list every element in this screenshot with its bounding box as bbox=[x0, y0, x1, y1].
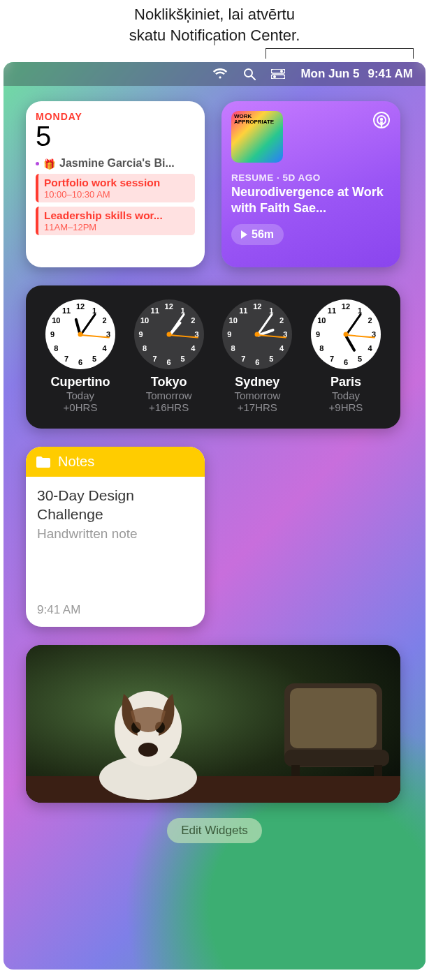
notes-subtitle: Handwritten note bbox=[37, 526, 194, 542]
clock-city-label: Paris bbox=[304, 375, 388, 389]
podcast-play-button[interactable]: 56m bbox=[231, 224, 284, 245]
calendar-weekday: MONDAY bbox=[36, 111, 195, 122]
menubar: Mon Jun 5 9:41 AM bbox=[3, 62, 426, 86]
podcast-meta: RESUME · 5D AGO bbox=[231, 172, 391, 183]
clock-day-label: Tomorrow bbox=[127, 389, 211, 401]
notification-center-screenshot: Mon Jun 5 9:41 AM MONDAY 5 🎁 Jasmine Gar… bbox=[3, 62, 426, 970]
svg-point-8 bbox=[380, 118, 383, 121]
edit-widgets-button[interactable]: Edit Widgets bbox=[167, 818, 261, 843]
svg-rect-11 bbox=[290, 688, 377, 748]
clock-offset-label: +17HRS bbox=[215, 401, 299, 413]
menubar-time: 9:41 AM bbox=[368, 67, 413, 81]
search-icon[interactable] bbox=[243, 68, 256, 80]
calendar-event: Portfolio work session 10:00–10:30 AM bbox=[36, 174, 195, 202]
svg-line-1 bbox=[252, 76, 255, 80]
clock-offset-label: +16HRS bbox=[127, 401, 211, 413]
notes-time: 9:41 AM bbox=[37, 603, 194, 617]
gift-icon: 🎁 bbox=[43, 158, 55, 170]
callout-bracket bbox=[0, 45, 429, 62]
wifi-icon[interactable] bbox=[212, 68, 228, 80]
clock-offset-label: +9HRS bbox=[304, 401, 388, 413]
photos-widget[interactable] bbox=[26, 645, 400, 803]
svg-point-20 bbox=[138, 743, 158, 757]
clock-offset-label: +0HRS bbox=[38, 401, 122, 413]
menubar-datetime[interactable]: Mon Jun 5 9:41 AM bbox=[300, 67, 413, 81]
clock-face: 121234567891011 bbox=[222, 299, 292, 369]
svg-point-3 bbox=[280, 70, 283, 73]
notes-title: 30-Day Design Challenge bbox=[37, 487, 194, 524]
clock-day-label: Tomorrow bbox=[215, 389, 299, 401]
notes-widget[interactable]: Notes 30-Day Design Challenge Handwritte… bbox=[26, 447, 205, 627]
clock-city-label: Sydney bbox=[215, 375, 299, 389]
clock-city-label: Cupertino bbox=[38, 375, 122, 389]
calendar-widget[interactable]: MONDAY 5 🎁 Jasmine Garcia's Bi... Portfo… bbox=[26, 101, 205, 267]
world-clock-widget[interactable]: 121234567891011CupertinoToday+0HRS121234… bbox=[26, 285, 400, 429]
svg-point-5 bbox=[273, 75, 276, 78]
clock-face: 121234567891011 bbox=[134, 299, 204, 369]
podcast-artwork bbox=[231, 111, 283, 163]
calendar-allday-event: 🎁 Jasmine Garcia's Bi... bbox=[36, 157, 195, 170]
world-clock-city: 121234567891011SydneyTomorrow+17HRS bbox=[215, 299, 299, 413]
play-icon bbox=[241, 230, 247, 239]
world-clock-city: 121234567891011ParisToday+9HRS bbox=[304, 299, 388, 413]
svg-rect-15 bbox=[26, 776, 400, 803]
clock-day-label: Today bbox=[38, 389, 122, 401]
clock-face: 121234567891011 bbox=[45, 299, 115, 369]
clock-day-label: Today bbox=[304, 389, 388, 401]
calendar-daynum: 5 bbox=[36, 122, 195, 150]
callout-caption: Noklikšķiniet, lai atvērtu skatu Notific… bbox=[0, 0, 429, 45]
world-clock-city: 121234567891011CupertinoToday+0HRS bbox=[38, 299, 122, 413]
podcast-title: Neurodivergence at Work with Faith Sae..… bbox=[231, 184, 391, 216]
podcasts-icon bbox=[372, 111, 391, 133]
svg-rect-12 bbox=[284, 750, 389, 766]
podcasts-widget[interactable]: RESUME · 5D AGO Neurodivergence at Work … bbox=[221, 101, 400, 267]
folder-icon bbox=[36, 456, 51, 468]
clock-city-label: Tokyo bbox=[127, 375, 211, 389]
control-center-icon[interactable] bbox=[271, 69, 285, 79]
menubar-date: Mon Jun 5 bbox=[300, 67, 359, 81]
clock-face: 121234567891011 bbox=[311, 299, 381, 369]
world-clock-city: 121234567891011TokyoTomorrow+16HRS bbox=[127, 299, 211, 413]
calendar-event: Leadership skills wor... 11AM–12PM bbox=[36, 207, 195, 235]
notes-header: Notes bbox=[26, 447, 205, 477]
